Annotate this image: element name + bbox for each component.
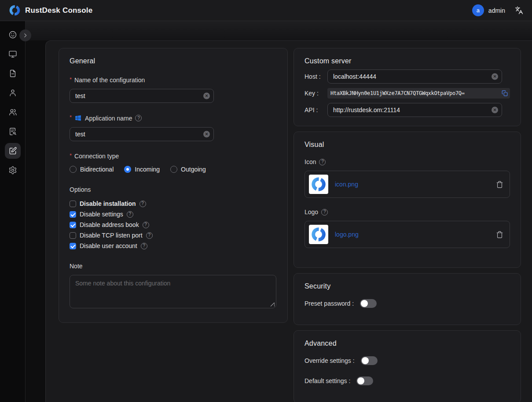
custom-server-card: Custom server Host : Key : HtaXBkJNHyn0e… bbox=[294, 48, 521, 126]
sidebar-item-documents[interactable] bbox=[5, 66, 21, 81]
settings-icon bbox=[8, 166, 17, 175]
clear-icon[interactable] bbox=[203, 131, 210, 138]
default-settings-toggle[interactable] bbox=[356, 376, 373, 385]
checkbox-icon[interactable] bbox=[70, 243, 76, 249]
host-label: Host : bbox=[305, 73, 327, 80]
file-text-icon bbox=[8, 69, 17, 78]
icon-file-link[interactable]: icon.png bbox=[335, 181, 358, 188]
copy-icon[interactable] bbox=[500, 90, 508, 96]
audit-log-icon bbox=[8, 127, 17, 136]
help-icon[interactable] bbox=[127, 211, 133, 218]
app-name-input[interactable] bbox=[70, 127, 214, 141]
avatar[interactable]: a bbox=[472, 4, 484, 16]
checkbox-icon[interactable] bbox=[70, 232, 76, 239]
toggle-knob bbox=[357, 377, 364, 384]
config-name-input[interactable] bbox=[70, 89, 214, 103]
visual-card: Visual Icon icon.png bbox=[294, 132, 521, 268]
rustdesk-logo-icon bbox=[9, 4, 21, 16]
radio-icon[interactable] bbox=[124, 166, 131, 173]
config-name-inputwrap bbox=[70, 89, 214, 103]
check-disable-address-book[interactable]: Disable address book bbox=[70, 221, 277, 228]
sidebar-expand-button[interactable] bbox=[19, 29, 31, 41]
sidebar-item-strategies[interactable] bbox=[5, 143, 21, 159]
note-wrap bbox=[70, 275, 276, 310]
smiley-icon bbox=[8, 30, 17, 39]
api-input[interactable] bbox=[327, 103, 502, 117]
logo-thumbnail bbox=[309, 225, 328, 244]
monitor-icon bbox=[8, 50, 17, 58]
brand: RustDesk Console bbox=[9, 4, 92, 16]
host-row: Host : bbox=[305, 69, 510, 84]
rustdesk-logo-icon bbox=[311, 176, 327, 192]
sidebar-item-devices[interactable] bbox=[5, 46, 21, 62]
content-area: General * Name of the configuration * bbox=[26, 21, 532, 402]
check-disable-settings[interactable]: Disable settings bbox=[70, 211, 277, 218]
app-name-label: * Application name bbox=[70, 114, 277, 122]
api-row: API : bbox=[305, 103, 510, 117]
toggle-knob bbox=[362, 357, 369, 364]
host-input[interactable] bbox=[327, 69, 502, 84]
username: admin bbox=[488, 7, 505, 14]
preset-password-row: Preset password : bbox=[305, 299, 510, 308]
help-icon[interactable] bbox=[143, 222, 149, 228]
override-settings-label: Override settings : bbox=[305, 357, 355, 364]
delete-icon[interactable] bbox=[496, 231, 503, 238]
key-codebox: HtaXBkJNHyn0e1U1jWXze7A7CN7QTGWqxkOtpaVp… bbox=[327, 88, 510, 99]
preset-password-toggle[interactable] bbox=[360, 299, 377, 308]
resize-handle[interactable] bbox=[271, 303, 275, 307]
checkbox-icon[interactable] bbox=[70, 211, 76, 218]
icon-thumbnail bbox=[309, 175, 328, 194]
default-settings-row: Default settings : bbox=[305, 376, 510, 385]
sidebar-item-users[interactable] bbox=[5, 85, 21, 101]
check-disable-tcp-listen-port[interactable]: Disable TCP listen port bbox=[70, 232, 277, 239]
rustdesk-logo-icon bbox=[311, 227, 327, 242]
delete-icon[interactable] bbox=[496, 181, 503, 188]
required-star: * bbox=[70, 114, 72, 121]
connection-type-group: Bidirectional Incoming Outgoing bbox=[70, 166, 277, 173]
override-settings-toggle[interactable] bbox=[361, 356, 378, 365]
help-icon[interactable] bbox=[319, 159, 326, 165]
users-icon bbox=[8, 108, 17, 117]
override-settings-row: Override settings : bbox=[305, 356, 510, 365]
checkbox-icon[interactable] bbox=[70, 201, 76, 207]
clear-icon[interactable] bbox=[492, 73, 498, 80]
api-label: API : bbox=[305, 106, 327, 113]
user-icon bbox=[8, 88, 17, 97]
logo-file-box: logo.png bbox=[305, 221, 510, 248]
app-title: RustDesk Console bbox=[25, 6, 92, 15]
preset-password-label: Preset password : bbox=[305, 300, 354, 307]
radio-incoming[interactable]: Incoming bbox=[124, 166, 160, 173]
help-icon[interactable] bbox=[135, 115, 142, 121]
help-icon[interactable] bbox=[146, 232, 153, 239]
sidebar-item-settings[interactable] bbox=[5, 162, 21, 178]
options-list: Disable installation Disable settings Di… bbox=[70, 200, 277, 249]
radio-icon[interactable] bbox=[170, 166, 177, 173]
general-title: General bbox=[70, 57, 277, 65]
user-menu[interactable]: a admin bbox=[472, 4, 505, 16]
check-disable-installation[interactable]: Disable installation bbox=[70, 200, 277, 207]
translate-icon[interactable] bbox=[515, 6, 523, 15]
note-textarea[interactable] bbox=[70, 275, 276, 308]
sidebar-item-audit[interactable] bbox=[5, 124, 21, 139]
sidebar-item-dashboard[interactable] bbox=[5, 27, 21, 43]
key-label: Key : bbox=[305, 90, 327, 97]
check-disable-user-account[interactable]: Disable user account bbox=[70, 242, 277, 249]
help-icon[interactable] bbox=[139, 201, 146, 207]
api-inputwrap bbox=[327, 103, 502, 117]
radio-icon[interactable] bbox=[70, 166, 77, 173]
clear-icon[interactable] bbox=[203, 93, 210, 99]
checkbox-icon[interactable] bbox=[70, 222, 76, 228]
connection-type-label: * Connection type bbox=[70, 153, 277, 160]
visual-title: Visual bbox=[305, 141, 510, 149]
main-panel: General * Name of the configuration * bbox=[45, 40, 532, 402]
edit-icon bbox=[8, 146, 17, 155]
help-icon[interactable] bbox=[141, 243, 147, 249]
content-top-band bbox=[26, 21, 532, 40]
radio-outgoing[interactable]: Outgoing bbox=[170, 166, 206, 173]
security-card: Security Preset password : bbox=[294, 273, 521, 325]
sidebar-item-groups[interactable] bbox=[5, 104, 21, 120]
radio-bidirectional[interactable]: Bidirectional bbox=[70, 166, 114, 173]
help-icon[interactable] bbox=[321, 209, 328, 216]
clear-icon[interactable] bbox=[492, 107, 498, 113]
logo-file-link[interactable]: logo.png bbox=[335, 231, 359, 238]
